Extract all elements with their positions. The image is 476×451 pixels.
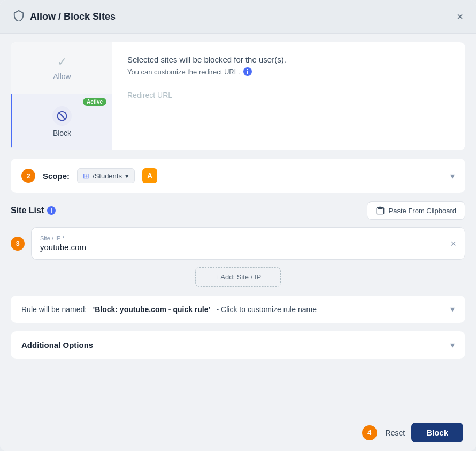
active-badge: Active [83,98,106,106]
svg-line-1 [59,113,65,119]
rule-name-value: 'Block: youtube.com - quick rule' [93,305,210,314]
site-input-inner: Site / IP * youtube.com [40,235,444,252]
site-list-title: Site List i [11,206,56,215]
allow-tab[interactable]: ✓ Allow [11,42,112,94]
mode-card: ✓ Allow Active Block Selected sites [11,42,465,150]
redirect-sub: You can customize the redirect URL. i [127,67,450,76]
additional-options-expand-icon: ▾ [450,340,455,350]
rule-name-expand-icon: ▾ [450,304,455,314]
scope-section: 2 Scope: ⊞ /Students ▾ A ▾ [11,159,465,193]
scope-expand-icon[interactable]: ▾ [450,171,455,181]
allow-check-icon: ✓ [57,55,67,69]
rule-name-suffix: - Click to customize rule name [217,305,317,314]
modal-header: Allow / Block Sites × [0,0,476,34]
block-tab-label: Block [53,129,71,137]
header-left: Allow / Block Sites [13,10,116,24]
modal: Allow / Block Sites × ✓ Allow Active [0,0,476,451]
footer-step-circle: 4 [362,425,377,440]
paste-from-clipboard-button[interactable]: Paste From Clipboard [367,201,465,220]
scope-step-circle: 2 [21,169,35,183]
grid-icon: ⊞ [83,172,89,180]
scope-left: 2 Scope: ⊞ /Students ▾ A [21,168,157,183]
block-tab[interactable]: Active Block [11,94,112,150]
redirect-sub-text: You can customize the redirect URL. [127,68,240,76]
block-description: Selected sites will be blocked for the u… [127,55,450,64]
shield-icon [13,10,25,24]
site-list-section: Site List i Paste From Clipboard 3 Site … [11,201,465,287]
remove-site-button[interactable]: × [450,239,456,248]
scope-path-text: /Students [93,172,122,180]
site-step-circle: 3 [11,237,25,251]
rule-name-text: Rule will be named: 'Block: youtube.com … [21,305,317,314]
modal-footer: 4 Reset Block [0,414,476,451]
site-list-header: Site List i Paste From Clipboard [11,201,465,220]
site-row: 3 Site / IP * youtube.com × [11,227,465,260]
additional-options-section[interactable]: Additional Options ▾ [11,331,465,359]
scope-path-button[interactable]: ⊞ /Students ▾ [77,168,135,183]
paste-btn-label: Paste From Clipboard [389,207,456,215]
block-button[interactable]: Block [411,423,463,442]
redirect-url-input[interactable] [127,87,450,104]
site-list-info-icon[interactable]: i [47,206,56,215]
site-input-label: Site / IP * [40,235,444,242]
close-button[interactable]: × [457,11,463,22]
rule-name-section[interactable]: Rule will be named: 'Block: youtube.com … [11,296,465,323]
add-site-label: + Add: Site / IP [215,273,261,281]
additional-options-label: Additional Options [21,340,93,349]
mode-tab-left: ✓ Allow Active Block [11,42,112,150]
site-input-card: Site / IP * youtube.com × [31,227,465,260]
reset-button[interactable]: Reset [386,429,405,437]
modal-title: Allow / Block Sites [30,11,116,22]
site-input-value: youtube.com [40,243,444,252]
site-list-label: Site List [11,206,44,215]
scope-label: Scope: [43,172,70,181]
scope-chevron-icon: ▾ [125,172,129,180]
info-icon[interactable]: i [243,67,252,76]
add-site-button[interactable]: + Add: Site / IP [195,267,281,287]
mode-tabs: ✓ Allow Active Block Selected sites [11,42,465,150]
clipboard-icon [376,206,385,215]
rule-name-prefix: Rule will be named: [21,305,87,314]
warning-badge: A [142,168,157,183]
block-icon [52,106,72,126]
mode-content: Selected sites will be blocked for the u… [112,42,465,150]
allow-tab-label: Allow [53,72,71,81]
